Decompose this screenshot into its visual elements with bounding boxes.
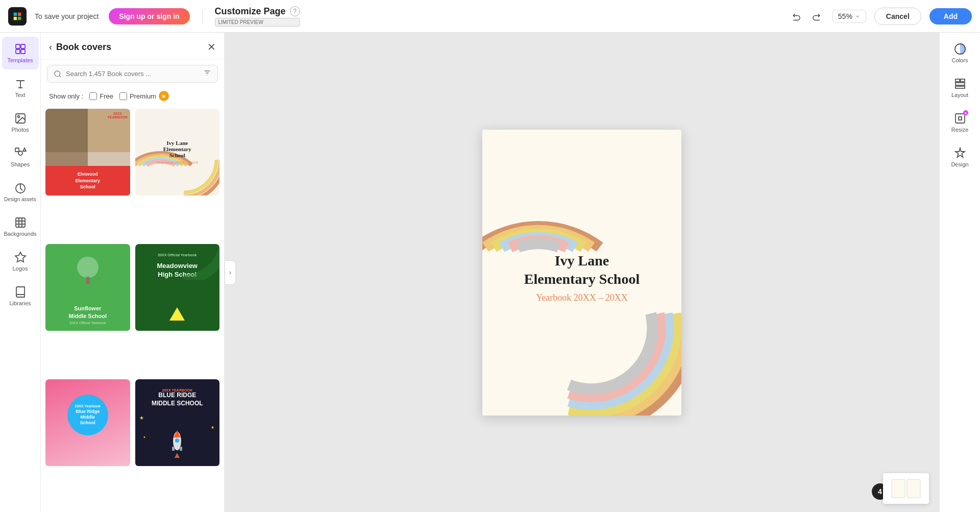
panel-header: ‹ Book covers ✕ <box>41 33 224 60</box>
svg-rect-0 <box>16 44 20 48</box>
search-input[interactable] <box>66 70 199 78</box>
zoom-control[interactable]: 55% <box>832 10 866 23</box>
left-sidebar-icons: Templates Text Photos Shapes Design asse… <box>0 33 41 512</box>
rocket-icon <box>164 428 190 461</box>
template-card-2[interactable]: Ivy LaneElementary School Yearbook 20XX … <box>135 108 220 239</box>
design-label: Design <box>951 161 968 167</box>
show-only-label: Show only : <box>49 92 83 100</box>
topbar: To save your project Sign up or sign in … <box>0 0 980 33</box>
panel-title: Book covers <box>56 42 111 53</box>
sidebar-item-libraries[interactable]: Libraries <box>2 280 39 312</box>
sidebar-item-layout[interactable]: Layout <box>942 71 978 104</box>
svg-rect-23 <box>180 447 182 451</box>
svg-rect-7 <box>15 148 19 152</box>
canvas-area: › Ivy Lane Elementary School Yearbook 20… <box>225 33 939 512</box>
sidebar-item-resize[interactable]: ★ Resize <box>942 106 978 139</box>
rainbow-top-svg <box>482 130 630 257</box>
svg-point-17 <box>77 257 99 278</box>
right-sidebar: Colors Layout ★ Resize Design <box>939 33 980 512</box>
left-panel: ‹ Book covers ✕ Show only : Free Premium… <box>41 33 225 512</box>
circle-label-5: 20XX Yearbook Blue RidgeMiddleSchool <box>67 395 108 435</box>
svg-rect-18 <box>86 277 89 284</box>
sidebar-item-colors[interactable]: Colors <box>942 37 978 69</box>
page-title-block: Customize Page ? LIMITED PREVIEW <box>215 6 300 27</box>
back-button[interactable]: ‹ <box>49 42 52 53</box>
star-3: ✦ <box>143 435 146 440</box>
canvas-school-line1: Ivy Lane <box>524 252 640 270</box>
divider <box>202 9 203 23</box>
star-2: ★ <box>211 425 214 430</box>
search-bar <box>47 65 218 83</box>
undo-button[interactable] <box>789 8 805 25</box>
canvas-school-line2: Elementary School <box>524 270 640 288</box>
card-6-school: BLUE RIDGEMIDDLE SCHOOL <box>135 392 220 407</box>
cancel-button[interactable]: Cancel <box>874 8 921 25</box>
svg-point-24 <box>175 438 179 443</box>
sidebar-label-photos: Photos <box>11 127 29 133</box>
svg-rect-1 <box>21 44 25 48</box>
pages-thumbnail[interactable] <box>883 473 929 504</box>
template-card-6[interactable]: 20XX YEARBOOK BLUE RIDGEMIDDLE SCHOOL <box>135 379 220 510</box>
svg-rect-22 <box>172 447 175 451</box>
main-area: Templates Text Photos Shapes Design asse… <box>0 33 980 512</box>
svg-rect-2 <box>16 50 20 54</box>
template-card-5[interactable]: 20XX Yearbook Blue RidgeMiddleSchool <box>45 379 131 510</box>
sidebar-item-text[interactable]: Text <box>2 71 39 104</box>
premium-checkbox[interactable] <box>119 92 127 100</box>
canvas-yearbook-text: Yearbook 20XX – 20XX <box>524 292 640 303</box>
templates-grid: 20XXYEARBOOK ElmwoodElementarySchool Ivy <box>41 106 224 512</box>
rainbow-arc-bottom-card2 <box>179 155 219 196</box>
svg-rect-33 <box>955 114 965 123</box>
free-filter[interactable]: Free <box>89 92 113 100</box>
layout-label: Layout <box>951 92 968 98</box>
svg-rect-10 <box>16 218 25 227</box>
sidebar-item-design-assets[interactable]: Design assets <box>2 176 39 208</box>
template-card-4[interactable]: 20XX Official Yearbook MeadowviewHigh Sc… <box>135 243 220 375</box>
svg-point-12 <box>55 71 60 77</box>
redo-button[interactable] <box>808 8 824 25</box>
svg-marker-25 <box>175 453 180 458</box>
sidebar-item-backgrounds[interactable]: Backgrounds <box>2 210 39 243</box>
undo-redo-group <box>789 8 824 25</box>
canvas-text-block: Ivy Lane Elementary School Yearbook 20XX… <box>524 252 640 304</box>
preview-badge: LIMITED PREVIEW <box>215 18 300 27</box>
thumbnail-preview <box>891 478 921 499</box>
svg-line-13 <box>59 76 61 77</box>
app-logo[interactable] <box>8 7 27 26</box>
save-text: To save your project <box>35 12 99 20</box>
sidebar-item-logos[interactable]: Logos <box>2 245 39 278</box>
svg-rect-3 <box>21 50 25 54</box>
sidebar-item-shapes[interactable]: Shapes <box>2 141 39 174</box>
add-button[interactable]: Add <box>929 8 972 25</box>
card-1-school: ElmwoodElementarySchool <box>45 166 130 196</box>
svg-rect-29 <box>955 79 960 82</box>
signup-button[interactable]: Sign up or sign in <box>109 8 189 25</box>
help-icon[interactable]: ? <box>290 6 300 16</box>
colors-label: Colors <box>952 57 968 63</box>
sidebar-label-templates: Templates <box>7 57 33 63</box>
template-card-1[interactable]: 20XXYEARBOOK ElmwoodElementarySchool <box>45 108 131 239</box>
free-checkbox[interactable] <box>89 92 97 100</box>
free-label: Free <box>100 92 113 100</box>
svg-rect-27 <box>907 479 920 498</box>
sidebar-label-text: Text <box>15 92 25 98</box>
panel-header-left: ‹ Book covers <box>49 42 111 53</box>
svg-rect-26 <box>892 479 905 498</box>
svg-marker-19 <box>169 307 185 321</box>
search-icon <box>54 70 62 78</box>
sidebar-item-design[interactable]: Design <box>942 141 978 174</box>
premium-filter[interactable]: Premium ★ <box>119 91 169 101</box>
yearbook-label-1: 20XXYEARBOOK <box>107 112 128 119</box>
template-card-3[interactable]: SunflowerMiddle School 20XX Official Yea… <box>45 243 131 375</box>
close-panel-button[interactable]: ✕ <box>207 41 216 53</box>
sidebar-item-templates[interactable]: Templates <box>2 37 39 69</box>
expand-panel-button[interactable]: › <box>225 260 236 285</box>
sidebar-item-photos[interactable]: Photos <box>2 106 39 139</box>
svg-rect-30 <box>961 79 965 82</box>
sidebar-label-backgrounds: Backgrounds <box>4 231 36 237</box>
filter-button[interactable] <box>203 69 211 79</box>
svg-rect-32 <box>955 86 965 88</box>
rainbow-bottom-svg <box>559 303 681 416</box>
star-1: ★ <box>139 415 144 421</box>
premium-badge-icon: ★ <box>159 91 169 101</box>
